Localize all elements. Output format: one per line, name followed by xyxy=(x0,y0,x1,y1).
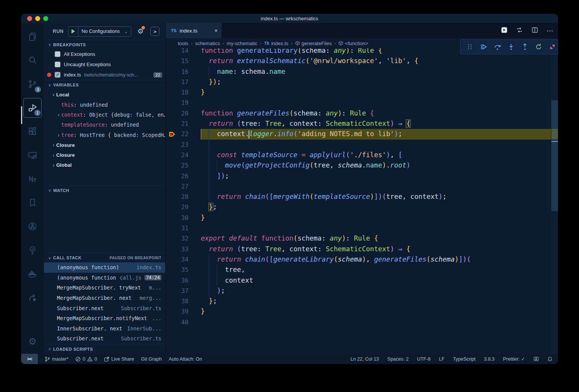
gutter[interactable]: 20 xyxy=(166,108,201,119)
restart-button[interactable] xyxy=(533,41,544,53)
gutter[interactable]: 33 xyxy=(166,244,201,254)
gutter[interactable]: 16 xyxy=(166,67,201,77)
gutter[interactable]: 34 xyxy=(166,254,201,265)
gutter[interactable]: 36 xyxy=(166,275,201,286)
variable-scope-row[interactable]: ∨Local xyxy=(44,89,165,99)
gutter[interactable]: 40 xyxy=(166,317,201,327)
loaded-scripts-section-header[interactable]: > LOADED SCRIPTS xyxy=(44,344,165,354)
breakpoint-row[interactable]: ✓index.tstools/schematics/my-sch...22 xyxy=(44,70,165,80)
gutter[interactable]: 26 xyxy=(166,171,201,181)
scrollbar-thumb[interactable] xyxy=(551,100,558,211)
gutter[interactable]: 29 xyxy=(166,202,201,212)
call-stack-section-header[interactable]: ∨ CALL STACK PAUSED ON BREAKPOINT xyxy=(44,253,165,262)
zoom-window-button[interactable] xyxy=(43,16,48,21)
disconnect-button[interactable] xyxy=(547,41,558,53)
call-stack-frame[interactable]: (anonymous function)index.ts xyxy=(44,262,165,273)
remote-explorer-icon[interactable] xyxy=(23,145,42,165)
gutter[interactable]: 21 xyxy=(166,119,201,129)
gutter[interactable]: 17 xyxy=(166,77,201,87)
gutter[interactable]: 25 xyxy=(166,160,201,171)
prettier-item[interactable]: Prettier: ✓ xyxy=(503,356,525,362)
compare-changes-icon[interactable] xyxy=(516,26,523,35)
step-out-button[interactable] xyxy=(519,41,530,53)
breakpoints-section-header[interactable]: ∨ BREAKPOINTS xyxy=(44,40,165,49)
launch-config-dropdown[interactable]: No Configurations ⌄ xyxy=(68,26,131,37)
variables-section-header[interactable]: ∨ VARIABLES xyxy=(44,80,165,89)
split-editor-icon[interactable] xyxy=(531,26,538,35)
variable-scope-row[interactable]: ›Global xyxy=(44,160,165,170)
language-item[interactable]: TypeScript xyxy=(453,356,475,362)
variable-scope-row[interactable]: ›Closure xyxy=(44,140,165,150)
toolbar-drag-handle[interactable] xyxy=(464,41,475,53)
variable-scope-row[interactable]: ›Closure xyxy=(44,150,165,160)
source-control-icon[interactable]: 3 xyxy=(23,74,42,94)
git-branch-item[interactable]: master* xyxy=(45,356,68,362)
minimize-window-button[interactable] xyxy=(35,16,40,21)
breadcrumb-item-file[interactable]: TSindex.ts xyxy=(264,41,288,46)
close-window-button[interactable] xyxy=(27,16,32,21)
tab-index-ts[interactable]: TS index.ts × xyxy=(166,23,221,38)
breadcrumb-item-symbol[interactable]: <function> xyxy=(338,41,368,46)
gutter[interactable]: 23 xyxy=(166,140,201,150)
gutter[interactable]: 15 xyxy=(166,56,201,66)
remote-indicator[interactable]: >< xyxy=(21,354,38,364)
gutter[interactable]: 19 xyxy=(166,98,201,108)
ts-version-item[interactable]: 3.8.3 xyxy=(484,356,494,362)
variable-row[interactable]: templateSource: undefined xyxy=(44,120,165,130)
encoding-item[interactable]: UTF-8 xyxy=(417,356,430,362)
variable-row[interactable]: this: undefined xyxy=(44,99,165,109)
extensions-icon[interactable] xyxy=(23,122,42,142)
gutter[interactable]: 37 xyxy=(166,286,201,296)
step-into-button[interactable] xyxy=(506,41,516,53)
variable-row[interactable]: ›tree: HostTree {_backend: ScopedH… xyxy=(44,130,165,140)
indentation-item[interactable]: Spaces: 2 xyxy=(387,356,409,362)
breadcrumb-item[interactable]: my-schematic xyxy=(227,41,257,46)
gutter[interactable]: 24 xyxy=(166,150,201,160)
docker-icon[interactable] xyxy=(23,264,42,284)
git-graph-item[interactable]: Git Graph xyxy=(141,356,162,362)
gutter[interactable]: 28 xyxy=(166,192,201,202)
live-share-item[interactable]: Live Share xyxy=(104,356,134,362)
continue-button[interactable] xyxy=(478,41,489,53)
settings-gear-icon[interactable]: ⚙ xyxy=(23,332,42,351)
live-share-icon[interactable] xyxy=(23,288,42,307)
cursor-position-item[interactable]: Ln 22, Col 13 xyxy=(350,356,379,362)
nx-console-icon[interactable] xyxy=(23,169,42,189)
code-editor[interactable]: 14function generateLibrary(schema: any):… xyxy=(166,48,558,354)
breakpoint-row[interactable]: All Exceptions xyxy=(44,49,165,59)
gutter[interactable]: 38 xyxy=(166,296,201,306)
gutter[interactable]: 30 xyxy=(166,213,201,223)
feedback-icon[interactable] xyxy=(533,356,539,362)
breadcrumb-item[interactable]: tools xyxy=(178,41,188,46)
step-over-button[interactable] xyxy=(492,41,503,53)
editor-scrollbar[interactable] xyxy=(551,48,558,354)
gitlens-icon[interactable] xyxy=(23,216,42,236)
breadcrumb-item[interactable]: schematics xyxy=(195,41,220,46)
open-changes-icon[interactable] xyxy=(501,26,508,35)
breakpoint-checkbox[interactable]: ✓ xyxy=(55,72,60,78)
configure-gear-icon[interactable]: ⚙ xyxy=(137,27,143,36)
eol-item[interactable]: LF xyxy=(439,356,445,362)
bookmarks-icon[interactable] xyxy=(23,193,42,213)
gutter[interactable]: 22 xyxy=(166,129,201,139)
call-stack-frame[interactable]: InnerSubscriber._nextInnerSub... xyxy=(44,324,165,334)
watch-section-header[interactable]: ∨ WATCH xyxy=(44,185,165,195)
gutter[interactable]: 32 xyxy=(166,233,201,244)
call-stack-frame[interactable]: (anonymous function)call.js74:24 xyxy=(44,273,165,283)
call-stack-frame[interactable]: Subscriber.nextSubscriber.ts xyxy=(44,333,165,344)
breakpoint-checkbox[interactable] xyxy=(55,62,60,67)
start-debug-icon[interactable] xyxy=(72,29,75,34)
explorer-icon[interactable] xyxy=(23,27,42,47)
gutter[interactable]: 27 xyxy=(166,181,201,192)
call-stack-frame[interactable]: MergeMapSubscriber.notifyNext... xyxy=(44,313,165,324)
variable-row[interactable]: ›context: Object {debug: false, en… xyxy=(44,110,165,120)
call-stack-frame[interactable]: MergeMapSubscriber._tryNextm... xyxy=(44,283,165,293)
problems-item[interactable]: 0 0 xyxy=(75,356,97,362)
auto-attach-item[interactable]: Auto Attach: On xyxy=(169,356,202,362)
close-tab-icon[interactable]: × xyxy=(215,28,218,34)
debug-console-icon[interactable]: > xyxy=(150,27,159,36)
todo-tree-icon[interactable] xyxy=(23,240,42,260)
breakpoint-checkbox[interactable] xyxy=(55,51,60,57)
gutter[interactable]: 14 xyxy=(166,48,201,56)
call-stack-frame[interactable]: Subscriber.nextSubscriber.ts xyxy=(44,303,165,313)
